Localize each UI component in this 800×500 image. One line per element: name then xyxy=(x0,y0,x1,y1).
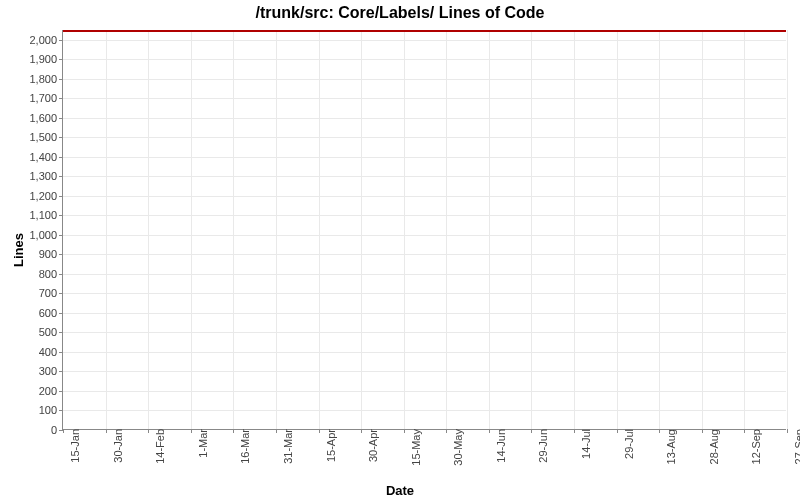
xtick-label: 30-May xyxy=(446,429,464,466)
xtick-label: 15-May xyxy=(404,429,422,466)
ytick-label: 1,900 xyxy=(29,53,63,65)
xtick-label: 14-Jun xyxy=(489,429,507,463)
xtick-label: 13-Aug xyxy=(659,429,677,464)
ytick-label: 1,300 xyxy=(29,170,63,182)
y-axis-label: Lines xyxy=(11,233,26,267)
xtick-label: 31-Mar xyxy=(276,429,294,464)
ytick-label: 500 xyxy=(39,326,63,338)
gridline-v xyxy=(148,30,149,429)
xtick-label: 30-Apr xyxy=(361,429,379,462)
ytick-label: 1,400 xyxy=(29,151,63,163)
gridline-h xyxy=(63,215,786,216)
xtick-label: 29-Jul xyxy=(617,429,635,459)
ytick-label: 800 xyxy=(39,268,63,280)
ytick-label: 1,000 xyxy=(29,229,63,241)
xtick-label: 15-Jan xyxy=(63,429,81,463)
ytick-label: 700 xyxy=(39,287,63,299)
ytick-label: 1,800 xyxy=(29,73,63,85)
ytick-label: 600 xyxy=(39,307,63,319)
gridline-h xyxy=(63,118,786,119)
ytick-label: 200 xyxy=(39,385,63,397)
gridline-h xyxy=(63,254,786,255)
ytick-label: 2,000 xyxy=(29,34,63,46)
gridline-v xyxy=(106,30,107,429)
gridline-h xyxy=(63,391,786,392)
ytick-label: 1,200 xyxy=(29,190,63,202)
ytick-label: 900 xyxy=(39,248,63,260)
gridline-h xyxy=(63,313,786,314)
ytick-label: 1,600 xyxy=(29,112,63,124)
gridline-h xyxy=(63,371,786,372)
plot-area: 01002003004005006007008009001,0001,1001,… xyxy=(62,30,786,430)
ytick-label: 0 xyxy=(51,424,63,436)
series-line xyxy=(63,30,786,32)
gridline-h xyxy=(63,235,786,236)
gridline-v xyxy=(531,30,532,429)
xtick-label: 28-Aug xyxy=(702,429,720,464)
xtick-label: 1-Mar xyxy=(191,429,209,458)
xtick-label: 27-Sep xyxy=(787,429,800,464)
ytick-label: 1,700 xyxy=(29,92,63,104)
gridline-v xyxy=(319,30,320,429)
x-axis-label: Date xyxy=(0,483,800,498)
gridline-h xyxy=(63,137,786,138)
ytick-label: 100 xyxy=(39,404,63,416)
gridline-v xyxy=(702,30,703,429)
gridline-v xyxy=(276,30,277,429)
xtick-label: 14-Feb xyxy=(148,429,166,464)
gridline-v xyxy=(446,30,447,429)
gridline-v xyxy=(489,30,490,429)
ytick-label: 1,100 xyxy=(29,209,63,221)
gridline-v xyxy=(617,30,618,429)
gridline-h xyxy=(63,293,786,294)
chart-title: /trunk/src: Core/Labels/ Lines of Code xyxy=(0,4,800,22)
gridline-v xyxy=(744,30,745,429)
gridline-v xyxy=(787,30,788,429)
xtick-label: 12-Sep xyxy=(744,429,762,464)
xtick-label: 30-Jan xyxy=(106,429,124,463)
xtick-label: 16-Mar xyxy=(233,429,251,464)
gridline-h xyxy=(63,157,786,158)
gridline-h xyxy=(63,79,786,80)
xtick-label: 14-Jul xyxy=(574,429,592,459)
gridline-h xyxy=(63,332,786,333)
gridline-v xyxy=(233,30,234,429)
gridline-h xyxy=(63,59,786,60)
gridline-h xyxy=(63,274,786,275)
gridline-h xyxy=(63,352,786,353)
gridline-v xyxy=(404,30,405,429)
gridline-v xyxy=(574,30,575,429)
gridline-h xyxy=(63,98,786,99)
gridline-v xyxy=(191,30,192,429)
ytick-label: 400 xyxy=(39,346,63,358)
ytick-label: 1,500 xyxy=(29,131,63,143)
gridline-v xyxy=(361,30,362,429)
gridline-h xyxy=(63,176,786,177)
xtick-label: 29-Jun xyxy=(531,429,549,463)
gridline-h xyxy=(63,410,786,411)
ytick-label: 300 xyxy=(39,365,63,377)
xtick-label: 15-Apr xyxy=(319,429,337,462)
gridline-h xyxy=(63,40,786,41)
gridline-v xyxy=(659,30,660,429)
gridline-h xyxy=(63,196,786,197)
loc-chart: /trunk/src: Core/Labels/ Lines of Code L… xyxy=(0,0,800,500)
